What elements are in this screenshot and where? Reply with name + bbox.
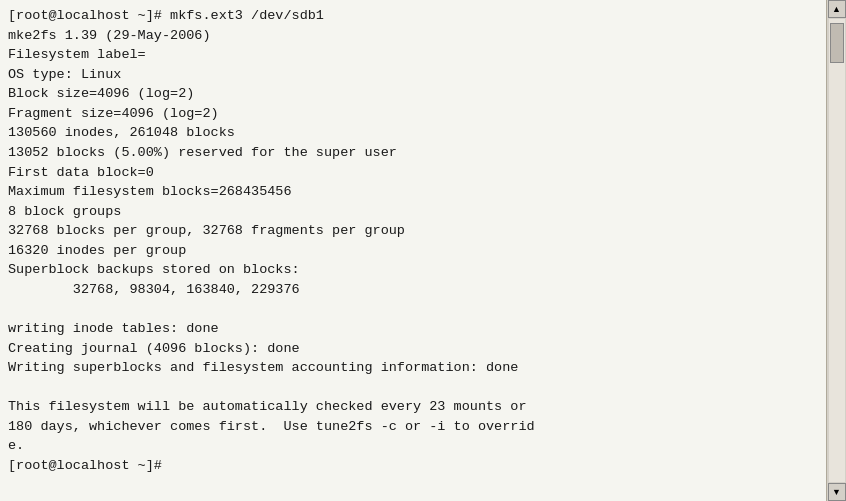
terminal-window: [root@localhost ~]# mkfs.ext3 /dev/sdb1 … <box>0 0 826 501</box>
scrollbar[interactable]: ▲ ▼ <box>826 0 846 501</box>
terminal-output: [root@localhost ~]# mkfs.ext3 /dev/sdb1 … <box>8 6 818 476</box>
scrollbar-track[interactable] <box>829 19 845 482</box>
scrollbar-down-arrow[interactable]: ▼ <box>828 483 846 501</box>
scrollbar-thumb[interactable] <box>830 23 844 63</box>
scrollbar-up-arrow[interactable]: ▲ <box>828 0 846 18</box>
